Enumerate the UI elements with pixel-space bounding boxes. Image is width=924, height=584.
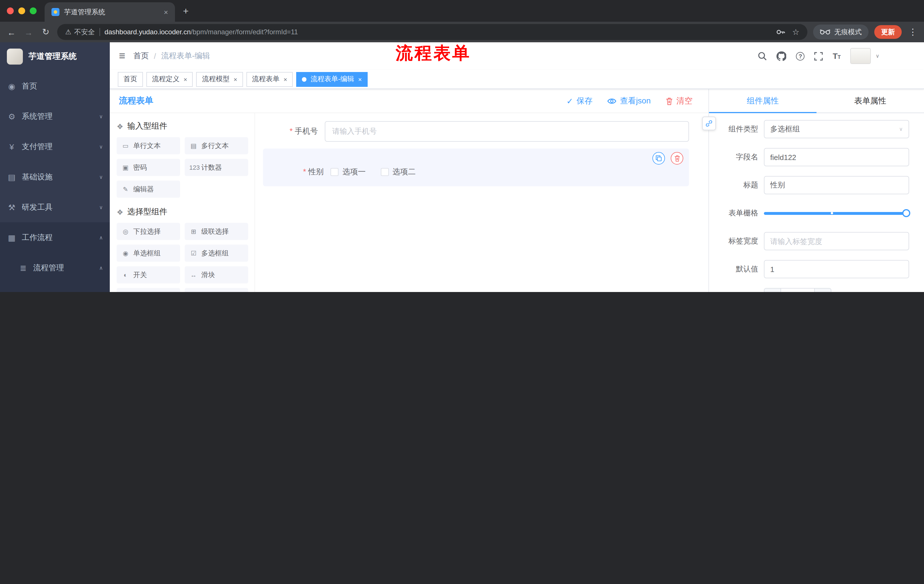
sidebar-item-process-manage[interactable]: ≣流程管理∧	[0, 253, 110, 283]
component-cascader[interactable]: ⊞级联选择	[185, 223, 248, 240]
component-time-range[interactable]: ◔时间范围	[185, 288, 248, 292]
close-icon[interactable]: ×	[234, 76, 237, 82]
back-icon[interactable]: ←	[6, 27, 17, 37]
phone-input[interactable]: 请输入手机号	[325, 121, 689, 142]
tag-home[interactable]: 首页	[118, 72, 143, 87]
grid-slider[interactable]	[764, 204, 909, 222]
sidebar-item-system[interactable]: ⚙系统管理∨	[0, 101, 110, 132]
sidebar-item-infra[interactable]: ▤基础设施∨	[0, 162, 110, 192]
gender-field[interactable]: 性别 选项一 选项二	[269, 167, 683, 177]
tab-form-props[interactable]: 表单属性	[817, 89, 924, 113]
sidebar-item-workflow[interactable]: ▦工作流程∧	[0, 222, 110, 253]
hamburger-icon[interactable]: ≡	[119, 50, 125, 62]
close-icon[interactable]: ×	[284, 76, 287, 82]
decrease-button[interactable]: −	[764, 289, 780, 292]
component-editor[interactable]: ✎编辑器	[117, 181, 180, 198]
github-icon[interactable]	[777, 51, 787, 61]
chevron-down-icon[interactable]: ∨	[876, 53, 879, 59]
min-select-placeholder[interactable]: 至少应选	[780, 289, 815, 292]
increase-button[interactable]: +	[815, 289, 831, 292]
tag-process-definition[interactable]: 流程定义×	[146, 72, 193, 87]
fullscreen-icon[interactable]	[815, 52, 823, 60]
clear-button[interactable]: 清空	[665, 96, 693, 106]
checkbox-option-1[interactable]: 选项一	[330, 167, 366, 177]
kebab-menu-icon[interactable]: ⋮	[909, 27, 917, 37]
tag-process-model[interactable]: 流程模型×	[196, 72, 243, 87]
component-group-title: ❖选择型组件	[117, 207, 248, 217]
sidebar-item-home[interactable]: ◉首页	[0, 71, 110, 101]
field-name-input[interactable]	[764, 148, 909, 166]
component-slider[interactable]: ↔滑块	[185, 266, 248, 283]
title-label: 标题	[716, 180, 758, 190]
close-icon[interactable]: ×	[183, 76, 187, 82]
sidebar-item-process-form[interactable]: ▤流程表单	[0, 283, 110, 292]
component-single-text[interactable]: ▭单行文本	[117, 137, 180, 154]
component-counter[interactable]: 123计数器	[185, 159, 248, 176]
active-dot	[302, 77, 307, 81]
breadcrumb-home[interactable]: 首页	[133, 51, 148, 61]
close-icon[interactable]: ×	[358, 76, 362, 82]
phone-field[interactable]: 手机号 请输入手机号	[263, 121, 689, 142]
url-path: /bpm/manager/form/edit?formId=11	[191, 28, 298, 36]
close-icon[interactable]: ×	[164, 8, 168, 16]
component-radio-group[interactable]: ◉单选框组	[117, 245, 180, 262]
component-time-picker[interactable]: ◷时间选择	[117, 288, 180, 292]
default-value-label: 默认值	[716, 264, 758, 274]
reload-icon[interactable]: ↻	[40, 27, 51, 37]
screen: 芋道管理系统 × + ← → ↻ ⚠ 不安全 dashboard.yudao.i…	[0, 0, 924, 292]
slider-track[interactable]	[764, 212, 909, 215]
minimize-window-button[interactable]	[18, 7, 25, 14]
checkbox-option-2[interactable]: 选项二	[381, 167, 416, 177]
component-password[interactable]: ▣密码	[117, 159, 180, 176]
breadcrumb-current: 流程表单-编辑	[161, 51, 210, 61]
component-type-select[interactable]: 多选框组∨	[764, 120, 909, 138]
help-icon[interactable]: ?	[796, 52, 805, 60]
gender-field-label: 性别	[269, 167, 323, 177]
key-icon[interactable]	[776, 28, 785, 36]
tag-process-form-edit[interactable]: 流程表单-编辑×	[297, 72, 368, 87]
designer-header: 流程表单 ✓保存 查看json 清空	[110, 89, 708, 113]
copy-component-button[interactable]	[652, 152, 665, 165]
link-button[interactable]	[702, 117, 716, 130]
sidebar-item-payment[interactable]: ¥支付管理∨	[0, 132, 110, 162]
title-input[interactable]	[764, 176, 909, 194]
default-value-input[interactable]	[764, 260, 909, 278]
component-select[interactable]: ◎下拉选择	[117, 223, 180, 240]
font-size-icon[interactable]: TT	[833, 51, 841, 61]
label-width-row: 标签宽度	[716, 232, 909, 250]
tag-process-form[interactable]: 流程表单×	[246, 72, 293, 87]
chain-link-icon	[705, 119, 713, 127]
slider-handle[interactable]	[902, 209, 910, 217]
tab-component-props[interactable]: 组件属性	[709, 89, 817, 113]
new-tab-button[interactable]: +	[183, 6, 189, 17]
save-button[interactable]: ✓保存	[566, 96, 592, 106]
block-actions	[269, 152, 683, 166]
app-logo[interactable]: 芋道管理系统	[0, 42, 110, 71]
save-label: 保存	[577, 96, 592, 106]
favicon	[51, 8, 59, 16]
sidebar-item-devtools[interactable]: ⚒研发工具∨	[0, 192, 110, 222]
forward-icon[interactable]: →	[23, 27, 34, 37]
app: 芋道管理系统 ◉首页⚙系统管理∨¥支付管理∨▤基础设施∨⚒研发工具∨▦工作流程∧…	[0, 42, 924, 292]
component-multi-text[interactable]: ▤多行文本	[185, 137, 248, 154]
maximize-window-button[interactable]	[30, 7, 36, 14]
component-switch[interactable]: ◐开关	[117, 266, 180, 283]
close-window-button[interactable]	[7, 7, 14, 14]
browser-tab[interactable]: 芋道管理系统 ×	[45, 2, 175, 22]
update-browser-button[interactable]: 更新	[874, 25, 902, 39]
delete-component-button[interactable]	[671, 152, 683, 165]
checkbox-icon	[381, 168, 389, 176]
gender-field-selected[interactable]: 性别 选项一 选项二	[263, 148, 689, 186]
component-checkbox-group[interactable]: ☑多选框组	[185, 245, 248, 262]
form-canvas[interactable]: 手机号 请输入手机号 性别	[255, 113, 708, 292]
address-bar[interactable]: ⚠ 不安全 dashboard.yudao.iocoder.cn/bpm/man…	[57, 24, 807, 40]
clear-label: 清空	[676, 96, 693, 106]
label-width-input[interactable]	[764, 232, 909, 250]
chevron-up-icon: ∧	[99, 235, 103, 240]
avatar[interactable]	[851, 48, 871, 64]
search-icon[interactable]	[758, 51, 767, 61]
security-status[interactable]: ⚠ 不安全	[65, 27, 95, 37]
url-text: dashboard.yudao.iocoder.cn/bpm/manager/f…	[105, 28, 298, 36]
star-icon[interactable]: ☆	[792, 28, 799, 36]
view-json-button[interactable]: 查看json	[607, 96, 651, 106]
